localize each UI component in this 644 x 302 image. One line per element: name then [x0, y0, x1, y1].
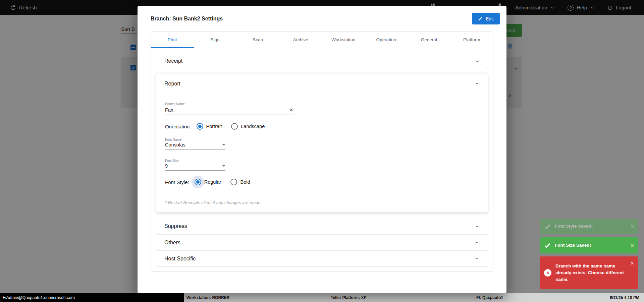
- font-style-label: Font Style:: [165, 179, 189, 185]
- application-window: Refresh Administration ? Help Logout: [0, 0, 644, 302]
- chevron-down-icon: [475, 256, 480, 261]
- chevron-down-icon: [475, 59, 480, 64]
- font-size-value: 9: [165, 163, 222, 169]
- tab-scan[interactable]: Scan: [236, 32, 279, 48]
- edit-button[interactable]: Edit: [472, 13, 500, 24]
- font-name-value: Consolas: [165, 142, 222, 147]
- tab-print[interactable]: Print: [151, 32, 194, 48]
- datetime-status: 9/11/25 4:10 PM: [610, 293, 639, 302]
- close-icon[interactable]: ×: [631, 260, 634, 266]
- landscape-label: Landscape: [241, 124, 265, 129]
- section-suppress[interactable]: Suppress: [156, 218, 488, 234]
- tab-sign[interactable]: Sign: [194, 32, 237, 48]
- dialog-header: Branch: Sun Bank2 Settings Edit: [138, 6, 506, 32]
- restart-note: * Restart Receipts client if any changes…: [165, 200, 479, 205]
- printer-name-input[interactable]: [165, 107, 289, 113]
- orientation-label: Orientation:: [165, 124, 191, 129]
- workstation-status: Workstation: RORRER: [186, 293, 229, 302]
- settings-card: Print Sign Scan Archive Workstation Oper…: [151, 32, 493, 272]
- portrait-label: Portrait: [206, 124, 222, 129]
- regular-radio[interactable]: [195, 179, 201, 185]
- report-label: Report: [164, 81, 180, 87]
- teller-platform-status: Teller Platform: XP: [331, 293, 366, 302]
- portrait-radio[interactable]: [197, 123, 203, 130]
- section-receipt[interactable]: Receipt: [156, 53, 488, 69]
- section-others[interactable]: Others: [156, 234, 488, 250]
- section-report: Report Printer Name × Orientation: [156, 73, 488, 212]
- chevron-down-icon: [475, 240, 480, 245]
- close-icon[interactable]: ×: [631, 243, 634, 248]
- dropdown-arrow-icon: [222, 144, 225, 145]
- font-name-select[interactable]: Font Name Consolas: [165, 138, 225, 149]
- error-icon: ×: [544, 269, 551, 277]
- tab-operation[interactable]: Operation: [365, 32, 408, 48]
- logged-in-user: FiAdmin@Qaxpauto1.onmicrosoft.com: [0, 293, 184, 302]
- landscape-radio[interactable]: [231, 123, 238, 130]
- dropdown-arrow-icon: [222, 165, 225, 167]
- printer-name-label: Printer Name: [165, 102, 294, 106]
- regular-label: Regular: [204, 179, 221, 185]
- dialog-title: Branch: Sun Bank2 Settings: [151, 16, 223, 22]
- chevron-down-icon: [475, 224, 480, 229]
- toast-stack: Font Style Saved! × Font Size Saved! × ×…: [540, 219, 638, 289]
- font-size-select[interactable]: Font Size 9: [165, 159, 225, 171]
- font-style-group: Font Style: Regular Bold: [165, 179, 479, 185]
- success-check-icon: [544, 242, 551, 249]
- section-report-header[interactable]: Report: [156, 73, 488, 94]
- edit-label: Edit: [486, 16, 494, 21]
- toast-font-size-saved: Font Size Saved! ×: [540, 237, 638, 253]
- report-form: Printer Name × Orientation: Portrait L: [156, 94, 488, 212]
- font-size-label: Font Size: [165, 159, 225, 163]
- toast-branch-name-error: × Branch with the same name already exis…: [540, 256, 638, 289]
- settings-tabs: Print Sign Scan Archive Workstation Oper…: [151, 32, 493, 48]
- status-bar: FiAdmin@Qaxpauto1.onmicrosoft.com Workst…: [0, 293, 644, 302]
- fi-status: FI: Qaxpauto1: [476, 293, 503, 302]
- clear-icon[interactable]: ×: [289, 107, 294, 113]
- tab-archive[interactable]: Archive: [279, 32, 322, 48]
- others-label: Others: [164, 240, 180, 246]
- branch-settings-dialog: Branch: Sun Bank2 Settings Edit Print Si…: [138, 6, 506, 293]
- host-specific-label: Host Specific: [164, 256, 196, 262]
- tab-general[interactable]: General: [408, 32, 450, 48]
- suppress-label: Suppress: [164, 223, 187, 229]
- success-check-icon: [544, 223, 551, 230]
- pencil-icon: [478, 16, 483, 21]
- accordion-group: Suppress Others Host Specific: [156, 218, 488, 267]
- tab-workstation[interactable]: Workstation: [322, 32, 365, 48]
- close-icon[interactable]: ×: [631, 224, 634, 229]
- toast-message: Font Size Saved!: [555, 242, 629, 249]
- orientation-group: Orientation: Portrait Landscape: [165, 123, 479, 130]
- tab-platform[interactable]: Platform: [450, 32, 493, 48]
- bold-label: Bold: [240, 179, 250, 185]
- section-host-specific[interactable]: Host Specific: [156, 250, 488, 266]
- receipt-label: Receipt: [164, 58, 182, 64]
- chevron-up-icon: [475, 81, 480, 86]
- font-name-label: Font Name: [165, 138, 225, 141]
- toast-message: Branch with the same name already exists…: [555, 263, 629, 283]
- printer-name-field: Printer Name ×: [165, 102, 294, 115]
- toast-font-style-saved: Font Style Saved! ×: [540, 219, 638, 234]
- bold-radio[interactable]: [230, 179, 237, 185]
- accordion-sections: Receipt Report Printer Name ×: [151, 48, 493, 272]
- toast-message: Font Style Saved!: [555, 223, 629, 230]
